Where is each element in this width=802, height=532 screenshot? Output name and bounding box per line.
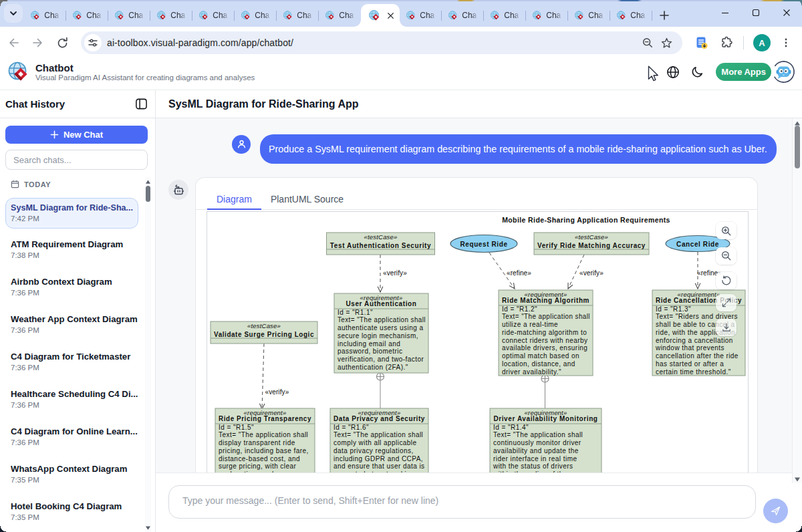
close-icon bbox=[387, 12, 394, 19]
forward-button[interactable] bbox=[26, 31, 49, 54]
expand-button[interactable] bbox=[716, 294, 737, 311]
chat-history-item[interactable]: SysML Diagram for Ride-Sha...7:42 PM bbox=[5, 198, 138, 229]
tab-title: Cha bbox=[170, 11, 187, 20]
containment-connector bbox=[377, 373, 384, 410]
tab[interactable]: Cha bbox=[568, 4, 610, 27]
scrollbar-thumb[interactable] bbox=[146, 186, 150, 202]
diagram-canvas[interactable]: Mobile Ride-Sharing Application Requirem… bbox=[207, 211, 749, 473]
sidebar-scrollbar[interactable] bbox=[145, 177, 151, 532]
zoom-indicator-button[interactable] bbox=[638, 33, 657, 52]
chat-history-item[interactable]: Weather App Context Diagram7:36 PM bbox=[5, 314, 146, 334]
reading-list-button[interactable] bbox=[692, 33, 712, 53]
globe-icon bbox=[666, 65, 680, 79]
tab-close-button[interactable] bbox=[385, 10, 396, 21]
chat-history-item[interactable]: Hotel Booking C4 Diagram7:35 PM bbox=[5, 501, 146, 521]
tab-search-button[interactable] bbox=[4, 4, 23, 23]
bot-response-card: DiagramPlantUML Source Mobile Ride-Shari… bbox=[195, 177, 758, 473]
reset-view-button[interactable] bbox=[716, 272, 737, 289]
requirement-text-line: window that prevents bbox=[655, 344, 724, 352]
bot-avatar bbox=[168, 180, 188, 200]
scroll-down-arrow[interactable] bbox=[145, 525, 151, 531]
window-maximize-button[interactable] bbox=[741, 0, 771, 25]
tab-title: Cha bbox=[504, 11, 521, 20]
chat-history-item[interactable]: WhatsApp Context Diagram7:35 PM bbox=[5, 464, 146, 484]
new-tab-button[interactable] bbox=[655, 6, 674, 25]
chat-item-title: Healthcare Scheduling C4 Di... bbox=[11, 389, 140, 399]
search-chats-input[interactable]: Search chats... bbox=[5, 150, 148, 170]
chat-item-title: Hotel Booking C4 Diagram bbox=[11, 501, 140, 511]
send-plane-icon bbox=[770, 505, 781, 517]
zoom-out-button[interactable] bbox=[716, 247, 737, 265]
scroll-up-arrow[interactable] bbox=[145, 178, 151, 184]
calendar-icon bbox=[11, 180, 19, 188]
minimize-icon bbox=[721, 9, 729, 17]
containment-connector bbox=[541, 375, 549, 410]
tab[interactable]: Cha bbox=[66, 4, 108, 27]
response-tab-diagram[interactable]: Diagram bbox=[207, 177, 261, 209]
visual-paradigm-favicon bbox=[617, 10, 626, 21]
requirement-text-line: utilize a real-time bbox=[502, 321, 558, 328]
dark-mode-button[interactable] bbox=[685, 60, 709, 84]
language-button[interactable] bbox=[661, 60, 685, 84]
browser-menu-button[interactable] bbox=[776, 33, 796, 53]
requirement-text-line: continuously monitor driver bbox=[493, 439, 581, 446]
address-bar[interactable]: ai-toolbox.visual-paradigm.com/app/chatb… bbox=[81, 31, 682, 54]
chat-history-item[interactable]: C4 Diagram for Online Learn...7:36 PM bbox=[5, 426, 146, 446]
reload-button[interactable] bbox=[51, 31, 74, 54]
zoom-in-button[interactable] bbox=[716, 222, 737, 239]
new-chat-button[interactable]: New Chat bbox=[5, 126, 148, 144]
requirement-text-line: location, distance, and bbox=[502, 360, 575, 368]
tab[interactable]: Cha bbox=[484, 4, 526, 27]
mouse-cursor bbox=[646, 65, 660, 84]
close-icon bbox=[783, 9, 791, 17]
back-button[interactable] bbox=[3, 31, 25, 54]
tab[interactable]: Cha bbox=[277, 4, 319, 27]
node-stereotype: «testCase» bbox=[247, 322, 281, 329]
chat-history-item[interactable]: Airbnb Context Diagram7:36 PM bbox=[5, 277, 146, 297]
tab[interactable]: Cha bbox=[442, 4, 484, 27]
url-text[interactable]: ai-toolbox.visual-paradigm.com/app/chatb… bbox=[107, 37, 638, 48]
scrollbar-thumb[interactable] bbox=[795, 126, 800, 168]
diagram-node-vspl: «testCase»Validate Surge Pricing Logic bbox=[211, 321, 317, 344]
chatbot-logo[interactable] bbox=[771, 59, 796, 84]
tab[interactable]: Cha bbox=[150, 4, 192, 27]
extensions-button[interactable] bbox=[716, 33, 737, 53]
response-tab-plantuml-source[interactable]: PlantUML Source bbox=[261, 177, 353, 209]
chat-item-time: 7:38 PM bbox=[11, 251, 140, 259]
window-corner bbox=[0, 0, 6, 6]
tab[interactable]: Cha bbox=[192, 4, 235, 27]
chat-history-item[interactable]: C4 Diagram for Ticketmaster7:36 PM bbox=[5, 352, 146, 372]
message-input[interactable]: Type your message... (Enter to send, Shi… bbox=[168, 485, 756, 519]
download-button[interactable] bbox=[716, 319, 737, 336]
requirement-text-line: connect riders with nearby bbox=[502, 337, 587, 344]
chat-scrollbar[interactable] bbox=[792, 118, 802, 483]
sysml-diagram: Mobile Ride-Sharing Application Requirem… bbox=[207, 212, 748, 473]
user-avatar bbox=[232, 135, 251, 154]
chat-history-item[interactable]: Healthcare Scheduling C4 Di...7:36 PM bbox=[5, 389, 146, 409]
sidebar-collapse-button[interactable] bbox=[132, 96, 150, 113]
tab[interactable]: Cha bbox=[526, 4, 568, 27]
tab-active[interactable] bbox=[361, 4, 400, 27]
tab[interactable]: Cha bbox=[235, 4, 277, 27]
diagram-node-ua: «requirement»User AuthenticationId = "R1… bbox=[334, 293, 428, 373]
window-minimize-button[interactable] bbox=[710, 0, 741, 25]
bookmark-button[interactable] bbox=[657, 33, 676, 52]
chat-title: SysML Diagram for Ride-Sharing App bbox=[168, 98, 358, 110]
zoom-magnifier-icon bbox=[642, 37, 654, 49]
requirement-text-line: surge pricing, with clear bbox=[219, 462, 297, 470]
diagram-node-vrma: «testCase»Verify Ride Matching Accuracy bbox=[534, 233, 649, 255]
tabs-container: ChaChaChaChaChaChaChaChaChaChaChaChaChaC… bbox=[24, 0, 652, 27]
scroll-down-arrow[interactable] bbox=[793, 475, 802, 483]
site-info-button[interactable] bbox=[84, 34, 102, 51]
more-apps-button[interactable]: More Apps bbox=[716, 63, 771, 81]
chat-item-time: 7:36 PM bbox=[11, 401, 140, 409]
tab[interactable]: Cha bbox=[24, 4, 66, 27]
chat-item-time: 7:36 PM bbox=[11, 326, 140, 334]
tab[interactable]: Cha bbox=[108, 4, 150, 27]
tab-title: Cha bbox=[44, 11, 61, 20]
profile-avatar[interactable]: A bbox=[753, 34, 771, 51]
chat-item-title: WhatsApp Context Diagram bbox=[11, 464, 140, 474]
chat-history-item[interactable]: ATM Requirement Diagram7:38 PM bbox=[5, 239, 146, 259]
send-button[interactable] bbox=[763, 499, 788, 523]
tab[interactable]: Cha bbox=[610, 4, 652, 27]
